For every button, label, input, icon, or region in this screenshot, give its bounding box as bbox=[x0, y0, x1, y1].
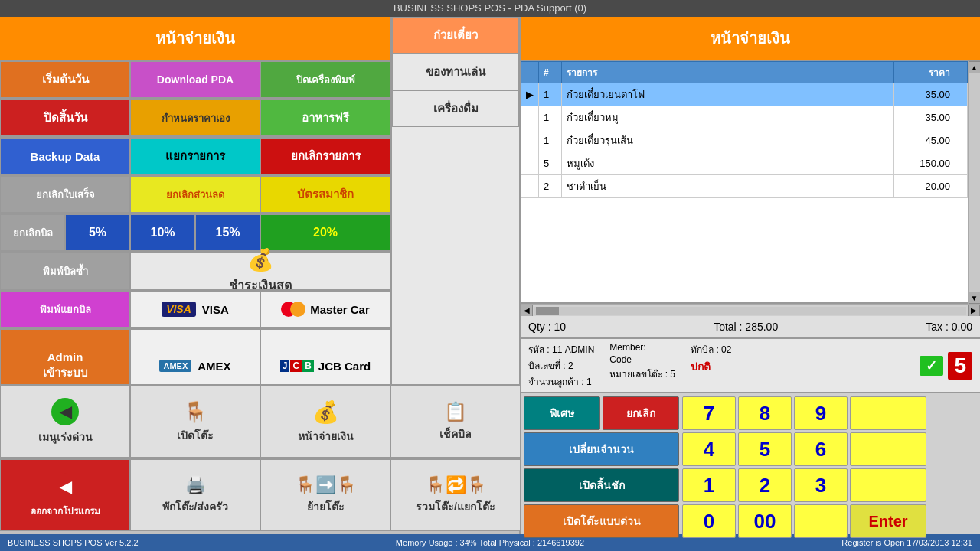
button-row-2: ปิดสิ้นวัน กำหนดราคาเอง อาหารฟรี bbox=[0, 99, 390, 138]
close-printer-button[interactable]: ปิดเครื่องพิมพ์ bbox=[260, 61, 390, 98]
mastercar-label: Master Car bbox=[310, 303, 370, 316]
cancel-discount-button[interactable]: ยกเลิกส่วนลด bbox=[130, 176, 260, 213]
enter-button[interactable]: Enter bbox=[850, 504, 926, 538]
num-9[interactable]: 9 bbox=[794, 396, 848, 430]
num-00[interactable]: 00 bbox=[738, 504, 792, 538]
horiz-scrollbar[interactable]: ◀ ▶ bbox=[521, 304, 980, 316]
pct20-button[interactable]: 20% bbox=[260, 214, 390, 251]
pay-icon: 💰 bbox=[312, 399, 339, 425]
num-2[interactable]: 2 bbox=[738, 468, 792, 502]
backup-data-button[interactable]: Backup Data bbox=[0, 138, 130, 174]
button-row-7: พิมพ์แยกบิล VISA VISA Master Car bbox=[0, 291, 390, 329]
table-row[interactable]: 1 ก๋วยเตี๋ยวรุ่นเส้น 45.00 bbox=[521, 129, 968, 152]
visa-button[interactable]: VISA VISA bbox=[130, 291, 260, 328]
col-name: รายการ bbox=[562, 62, 894, 83]
red-badge: 5 bbox=[948, 352, 972, 380]
exit-button[interactable]: ◀ ออกจากโปรแกรม bbox=[0, 459, 130, 531]
start-day-button[interactable]: เริ่มต้นวัน bbox=[0, 61, 130, 98]
open-table-label: เปิดโต๊ะ bbox=[177, 427, 214, 444]
pct5-button[interactable]: 5% bbox=[65, 214, 130, 251]
button-row-3: Backup Data แยกรายการ ยกเลิกรายการ bbox=[0, 138, 390, 176]
amex-logo: AMEX bbox=[159, 360, 191, 372]
park-table-button[interactable]: 🖨️ พักโต๊ะ/ส่งครัว bbox=[130, 459, 260, 531]
num-8[interactable]: 8 bbox=[738, 396, 792, 430]
order-scrollbar[interactable]: ▲ ▼ bbox=[968, 61, 980, 304]
info-mid-col: Member: Code หมายเลขโต๊ะ : 5 bbox=[609, 342, 675, 389]
mastercar-button[interactable]: Master Car bbox=[260, 291, 390, 328]
merge-table-button[interactable]: 🪑🔁🪑 รวมโต๊ะ/แยกโต๊ะ bbox=[390, 459, 521, 531]
left-header: หน้าจ่ายเงิน bbox=[0, 17, 390, 61]
role-label: รหัส : 11 ADMIN bbox=[528, 342, 594, 357]
order-tbody: ▶ 1 ก๋วยเตี๋ยวเยนตาโฟ 35.00 1 ก๋วยเตี๋ยว… bbox=[521, 83, 968, 198]
merge-table-icon: 🪑🔁🪑 bbox=[425, 475, 487, 495]
category-drink[interactable]: เครื่องดื่ม bbox=[392, 90, 519, 127]
quick-menu-button[interactable]: ◀ เมนูเร่งด่วน bbox=[0, 386, 130, 458]
pct10-button[interactable]: 10% bbox=[130, 214, 195, 251]
row-extra bbox=[956, 129, 968, 152]
num-3[interactable]: 3 bbox=[794, 468, 848, 502]
info-left-col: รหัส : 11 ADMIN บิลเลขที่ : 2 จำนวนลูกค้… bbox=[528, 342, 594, 389]
scroll-up-arrow[interactable]: ▲ bbox=[969, 61, 981, 73]
order-table-wrapper[interactable]: # รายการ ราคา ▶ 1 ก๋วยเตี๋ยวเยนตาโฟ 35.0… bbox=[521, 61, 968, 304]
open-quick-button[interactable]: เปิดโต๊ะแบบด่วน bbox=[524, 504, 679, 538]
table-row[interactable]: 2 ชาดำเย็น 20.00 bbox=[521, 175, 968, 198]
info-badges: ✓ 5 bbox=[920, 342, 972, 389]
category-noodle[interactable]: ก๋วยเตี๋ยว bbox=[392, 17, 519, 54]
row-price: 150.00 bbox=[894, 152, 956, 175]
free-food-button[interactable]: อาหารฟรี bbox=[260, 99, 390, 136]
change-qty-button[interactable]: เปลี่ยนจำนวน bbox=[524, 432, 679, 466]
admin-label2: เข้าระบบ bbox=[43, 364, 88, 382]
scroll-down-arrow[interactable]: ▼ bbox=[969, 292, 981, 304]
table-row[interactable]: 1 ก๋วยเตี๋ยวหมู 35.00 bbox=[521, 106, 968, 129]
row-extra bbox=[956, 152, 968, 175]
num-4[interactable]: 4 bbox=[682, 432, 736, 466]
category-snack[interactable]: ของทานเล่น bbox=[392, 54, 519, 90]
special-button[interactable]: พิเศษ bbox=[524, 396, 600, 430]
set-price-button[interactable]: กำหนดราคาเอง bbox=[130, 99, 260, 136]
customer-count-label: จำนวนลูกค้า : 1 bbox=[528, 374, 594, 389]
horiz-thumb bbox=[536, 307, 559, 315]
check-bill-button[interactable]: 📋 เช็คบิล bbox=[390, 386, 521, 458]
cancel-bill-button[interactable]: ยกเลิกบิล bbox=[0, 214, 65, 251]
num-6[interactable]: 6 bbox=[794, 432, 848, 466]
row-arrow bbox=[521, 129, 539, 152]
print-split-button[interactable]: พิมพ์แยกบิล bbox=[0, 291, 130, 328]
order-area: # รายการ ราคา ▶ 1 ก๋วยเตี๋ยวเยนตาโฟ 35.0… bbox=[521, 61, 980, 304]
num-empty-2 bbox=[850, 432, 926, 466]
move-table-button[interactable]: 🪑➡️🪑 ย้ายโต๊ะ bbox=[260, 459, 390, 531]
pay-button[interactable]: 💰 หน้าจ่ายเงิน bbox=[260, 386, 390, 458]
num-5[interactable]: 5 bbox=[738, 432, 792, 466]
horiz-right-arrow[interactable]: ▶ bbox=[968, 305, 980, 317]
quick-menu-label: เมนูเร่งด่วน bbox=[38, 429, 93, 445]
cancel-items-button[interactable]: ยกเลิกรายการ bbox=[260, 138, 390, 174]
check-bill-icon: 📋 bbox=[444, 401, 467, 422]
open-table-button[interactable]: 🪑 เปิดโต๊ะ bbox=[130, 386, 260, 458]
num-7[interactable]: 7 bbox=[682, 396, 736, 430]
row-name: ก๋วยเตี๋ยวหมู bbox=[562, 106, 894, 129]
open-drawer-label: เปิดลิ้นชัก bbox=[579, 477, 625, 494]
master-logo bbox=[281, 302, 305, 317]
num-0[interactable]: 0 bbox=[682, 504, 736, 538]
num-1[interactable]: 1 bbox=[682, 468, 736, 502]
button-row-1: เริ่มต้นวัน Download PDA ปิดเครื่องพิมพ์ bbox=[0, 61, 390, 99]
row-qty: 1 bbox=[539, 129, 562, 152]
member-card-button[interactable]: บัตรสมาชิก bbox=[260, 176, 390, 213]
row-name: ชาดำเย็น bbox=[562, 175, 894, 198]
horiz-left-arrow[interactable]: ◀ bbox=[521, 305, 533, 317]
reprint-button[interactable]: พิมพ์บิลซ้ำ bbox=[0, 253, 130, 289]
button-row-4: ยกเลิกใบเสร็จ ยกเลิกส่วนลด บัตรสมาชิก bbox=[0, 176, 390, 214]
split-items-button[interactable]: แยกรายการ bbox=[130, 138, 260, 174]
table-row[interactable]: 5 หมูเด้ง 150.00 bbox=[521, 152, 968, 175]
note-label: หมายเลขโต๊ะ : 5 bbox=[609, 367, 675, 381]
download-pda-button[interactable]: Download PDA bbox=[130, 61, 260, 98]
open-drawer-button[interactable]: เปิดลิ้นชัก bbox=[524, 468, 679, 502]
cancel-receipt-button[interactable]: ยกเลิกใบเสร็จ bbox=[0, 176, 130, 213]
bottom-action-row: ◀ เมนูเร่งด่วน 🪑 เปิดโต๊ะ 💰 หน้าจ่ายเงิน… bbox=[0, 384, 519, 458]
info-right-col: ทักบิล : 02 ปกติ bbox=[691, 342, 731, 389]
cancel-numpad-button[interactable]: ยกเลิก bbox=[603, 396, 679, 430]
pct15-button[interactable]: 15% bbox=[195, 214, 260, 251]
bottom-left: BUSINESS SHOPS POS Ver 5.2.2 bbox=[8, 538, 139, 547]
close-day-button[interactable]: ปิดสิ้นวัน bbox=[0, 99, 130, 136]
pay-cash-button[interactable]: 💰 ชำระเงินสด bbox=[130, 253, 390, 289]
table-row[interactable]: ▶ 1 ก๋วยเตี๋ยวเยนตาโฟ 35.00 bbox=[521, 83, 968, 106]
